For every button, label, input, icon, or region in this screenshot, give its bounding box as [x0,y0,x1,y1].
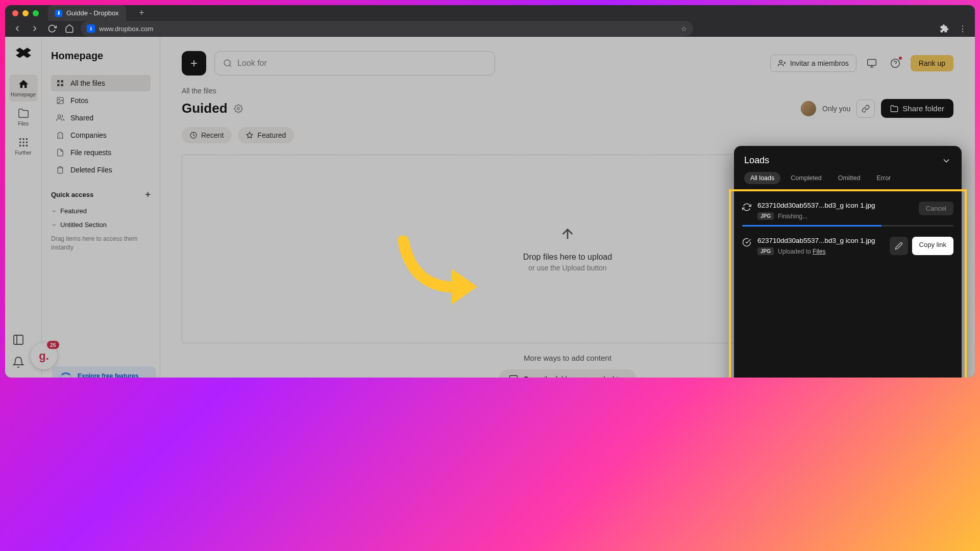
quick-access-add-button[interactable]: + [145,189,151,200]
copy-link-button[interactable]: Copy link [912,237,953,255]
topbar: + Look for Invitar a miembros [182,51,953,76]
open-folder-chip[interactable]: Open the folder on your desktop [499,369,636,378]
breadcrumb[interactable]: All the files [182,87,953,95]
edit-button[interactable] [890,237,908,255]
app-rail: Homepage Files Further [5,37,42,378]
rail-homepage[interactable]: Homepage [9,74,38,102]
help-icon[interactable] [887,55,903,71]
svg-rect-9 [57,80,60,83]
minimize-window-icon[interactable] [22,10,29,16]
folder-name: Guided [182,101,228,116]
svg-rect-21 [868,60,876,66]
dropzone-title: Drop files here to upload [523,253,612,262]
sidebar-item-all-files[interactable]: All the files [51,75,151,91]
upload-row: 623710dd30ab5537...bd3_g icon 1.jpg JPG … [742,197,953,233]
pencil-icon [895,242,903,250]
tab-completed[interactable]: Completed [785,172,827,184]
uploads-title: Loads [744,155,769,166]
guidde-count: 26 [47,341,59,349]
svg-point-5 [26,141,28,143]
gear-icon[interactable] [234,104,243,113]
chevron-down-icon[interactable] [941,156,951,166]
svg-point-26 [237,107,239,110]
extensions-icon[interactable] [938,22,950,35]
monitor-icon [509,374,518,378]
invite-label: Invitar a miembros [790,59,849,67]
desktop-icon[interactable] [864,55,880,71]
bell-icon[interactable] [12,356,24,368]
sidebar-item-label: Fotos [70,96,88,105]
search-icon [223,59,232,68]
site-identity-icon: ⬇ [87,24,95,33]
svg-point-6 [19,145,21,147]
new-tab-button[interactable]: + [135,7,149,20]
guidde-badge[interactable]: g. 26 [31,343,57,369]
untitled-label: Untitled Section [60,221,107,229]
filter-chips: Recent Featured [182,127,953,143]
progress-ring-icon [59,372,72,378]
highlight-box: 623710dd30ab5537...bd3_g icon 1.jpg JPG … [729,189,967,378]
copy-link-button[interactable] [856,99,875,118]
add-button[interactable]: + [182,51,206,76]
close-window-icon[interactable] [12,10,18,16]
sidebar-item-deleted[interactable]: Deleted Files [51,162,151,178]
rail-further[interactable]: Further [9,133,38,160]
reload-button[interactable] [46,22,58,35]
svg-point-18 [779,60,782,63]
sidebar-item-file-requests[interactable]: File requests [51,144,151,161]
menu-icon[interactable]: ⋮ [957,22,969,35]
upload-destination-link[interactable]: Files [813,248,825,255]
quick-access-hint: Drag items here to access them instantly [51,232,151,255]
sidebar-item-label: All the files [70,79,105,87]
invite-members-button[interactable]: Invitar a miembros [770,55,856,72]
search-placeholder: Look for [237,59,267,68]
featured-collapse[interactable]: Featured [51,204,151,218]
sidebar-item-shared[interactable]: Shared [51,110,151,126]
window-titlebar: ⬇ Guidde - Dropbox + [5,5,975,21]
back-button[interactable] [11,22,23,35]
svg-marker-28 [247,132,253,138]
dropbox-logo-icon[interactable] [15,46,32,62]
avatar[interactable] [801,101,816,116]
sidebar-item-label: Companies [70,131,107,139]
tab-all-loads[interactable]: All loads [744,172,780,184]
cancel-button[interactable]: Cancel [919,202,953,215]
sidebar-title: Homepage [51,50,151,62]
svg-rect-11 [57,84,60,86]
tab-error[interactable]: Error [870,172,897,184]
file-type-badge: JPG [757,247,774,255]
clock-icon [190,132,197,139]
maximize-window-icon[interactable] [33,10,39,16]
sidebar-item-photos[interactable]: Fotos [51,92,151,109]
svg-line-17 [229,65,231,66]
share-icon [890,105,898,113]
untitled-collapse[interactable]: Untitled Section [51,218,151,232]
sidebar-item-companies[interactable]: Companies [51,127,151,143]
uploads-tabs: All loads Completed Omitted Error [734,172,962,189]
upload-row: 623710dd30ab5537...bd3_g icon 1.jpg JPG … [742,233,953,261]
window-controls [12,10,39,16]
svg-rect-12 [61,84,63,86]
svg-point-16 [224,60,230,66]
rank-up-button[interactable]: Rank up [911,55,953,71]
upload-arrow-icon [559,226,576,242]
chip-featured[interactable]: Featured [238,127,294,143]
search-input[interactable]: Look for [214,51,495,76]
share-folder-button[interactable]: Share folder [881,99,953,118]
promo-card[interactable]: Explore free features 672.87 MB or 5 GB [52,366,156,378]
guidde-logo-icon: g. [39,349,49,363]
url-bar[interactable]: ⬇ www.dropbox.com ☆ [81,21,693,36]
sidebar-item-label: Deleted Files [70,166,112,174]
rail-label: Files [18,121,29,127]
forward-button[interactable] [29,22,41,35]
rail-files[interactable]: Files [9,104,38,131]
panel-toggle-icon[interactable] [12,334,24,346]
tab-omitted[interactable]: Omitted [832,172,867,184]
svg-rect-30 [510,375,518,378]
url-text: www.dropbox.com [99,25,153,33]
home-button[interactable] [63,22,76,35]
chip-recent[interactable]: Recent [182,127,232,143]
bookmark-star-icon[interactable]: ☆ [681,25,687,33]
browser-tab[interactable]: ⬇ Guidde - Dropbox [48,5,126,21]
share-label: Share folder [902,104,944,113]
